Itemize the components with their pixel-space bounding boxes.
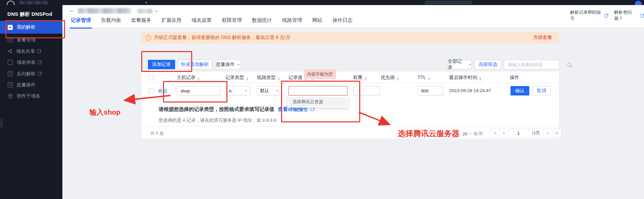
tab-line-management[interactable]: 线路管理 [281,17,303,29]
package-icon [8,37,13,42]
column-header-line[interactable]: 线路类型 [257,75,280,81]
batch-operation-label: 批量操作 [216,62,235,68]
tab-operation-log[interactable]: 操作日志 [331,17,354,29]
tab-statistics[interactable]: 数据统计 [251,17,273,29]
chevron-down-icon [470,133,472,134]
batch-icon [8,82,13,87]
sidebar-item-package-management[interactable]: 套餐管理 [0,34,62,45]
total-count: 共 0 条 [150,130,164,136]
first-page-button[interactable] [491,129,499,137]
last-page-button[interactable] [552,129,561,137]
sidebar-item-reverse-resolution[interactable]: 反向解析 [0,68,62,79]
column-header-host[interactable]: 主机记录 [177,75,200,81]
sidebar: DNS 解析 DNSPod w. 我的解析 套餐管理 域名共享 域名停靠 反向解… [0,5,62,199]
next-page-button[interactable] [544,129,552,137]
sidebar-item-label: 域名停靠 [17,59,36,66]
tab-load-balancing[interactable]: 负载均衡 [100,17,122,29]
column-header-ttl[interactable]: TTL [418,75,430,81]
add-record-button[interactable]: 添加记录 [148,60,175,69]
record-type-select[interactable]: A [225,86,250,95]
topnav-caret-icon[interactable] [145,2,147,4]
prev-page-button[interactable] [499,129,508,137]
share-icon [8,49,12,53]
annotation-text-input-shop: 输入shop [90,108,120,117]
quick-add-button[interactable]: 快速添加解析 [178,60,212,69]
page-size-select[interactable]: 20 条/页 [463,131,483,137]
sidebar-item-label: 域名共享 [16,48,35,54]
sort-icon[interactable] [365,77,367,81]
sidebar-item-my-resolution[interactable]: w. 我的解析 [0,21,62,34]
column-header-last-op-time[interactable]: 最后操作时间 [449,75,481,81]
sidebar-item-domain-sharing[interactable]: 域名共享 [0,46,62,57]
batch-operation-button[interactable]: 批量操作 [215,60,240,69]
ttl-input-wrap [418,86,443,95]
advanced-filter-button[interactable]: 高级筛选 [475,60,501,69]
column-header-weight[interactable]: 权重 [353,75,367,81]
external-link-icon [37,49,41,53]
sidebar-item-label: 我的解析 [17,24,36,30]
select-tencent-resource-item[interactable]: 选择腾讯云资源 [288,97,347,107]
host-record-input-wrap [177,86,220,95]
sidebar-item-collab-subdomain[interactable]: 协作子域名 [0,90,62,102]
sidebar-item-label: 套餐管理 [17,37,36,43]
account-avatar[interactable] [635,1,642,5]
line-type-select[interactable]: 默认 [257,86,282,95]
host-record-input[interactable] [180,88,217,94]
select-all-checkbox[interactable] [149,75,154,80]
ttl-input[interactable] [421,88,440,94]
validation-tooltip: 内容不能为空 [304,69,336,79]
page-size-unit: 条/页 [473,131,483,137]
domain-name-blurred [78,8,131,13]
sort-icon[interactable] [198,77,200,81]
confirm-button[interactable]: 确认 [511,86,529,95]
chevron-down-icon [237,64,239,65]
table-header-row [142,72,559,83]
record-filter-select[interactable]: 全部记录 [447,60,472,69]
annotation-text-select-server: 选择腾讯云服务器 [398,128,460,139]
tab-website[interactable]: 网站 [311,17,323,29]
sort-icon[interactable] [397,77,399,81]
cloud-topbar [0,0,644,5]
external-link-icon [605,14,608,17]
sidebar-item-batch-operation[interactable]: 批量操作 [0,79,62,90]
my-resolution-icon: w. [8,25,13,30]
sidebar-item-label: 协作子域名 [17,93,40,99]
weight-input[interactable] [356,88,377,94]
column-header-actions: 操作 [510,75,519,81]
back-arrow-icon[interactable]: ← [69,7,75,14]
tab-extended-apps[interactable]: 扩展应用 [160,17,182,29]
upgrade-package-link[interactable]: 升级套餐 [533,35,552,41]
search-box[interactable] [504,60,559,69]
collapse-link[interactable]: 收起 [158,88,167,94]
sidebar-collapse-handle[interactable]: ‹ [0,118,3,128]
topbar-search-input[interactable] [425,1,472,4]
search-icon[interactable] [568,63,571,67]
tab-permission[interactable]: 权限管理 [221,17,243,29]
row-checkbox[interactable] [149,88,154,94]
window-icon [8,60,13,65]
help-question-link[interactable]: 解析有问题？ [614,9,639,22]
sidebar-item-domain-parking[interactable]: 域名停靠 [0,57,62,68]
domain-switch-caret-icon[interactable] [155,11,157,12]
page-number-input[interactable] [508,130,529,136]
sort-icon[interactable] [246,77,248,81]
reverse-icon [8,71,13,76]
notice-text: 升级正式版套餐，获得更极致的 DNS 解析服务，最低仅需 8 元/月 [154,35,290,41]
help-guide-link[interactable]: 解析记录帮助指引 [570,9,603,22]
domain-suffix-blurred [138,9,152,13]
column-label: 记录类型 [225,75,244,80]
search-input[interactable] [507,62,568,68]
cancel-button[interactable]: 取消 [532,86,551,95]
tab-domain-settings[interactable]: 域名设置 [191,17,213,29]
sort-icon[interactable] [428,77,430,81]
help-links: 解析记录帮助指引 解析有问题？ [570,9,644,22]
column-header-priority[interactable]: 优先级 [381,75,399,81]
column-header-type[interactable]: 记录类型 [225,75,248,81]
sort-icon[interactable] [278,77,280,81]
page-number-cell [508,129,529,137]
sort-icon[interactable] [479,77,481,81]
sidebar-title: DNS 解析 DNSPod [7,11,52,17]
tab-package-service[interactable]: 套餐服务 [130,17,152,29]
record-value-input[interactable] [291,88,344,94]
tab-record-management[interactable]: 记录管理 [70,17,92,29]
